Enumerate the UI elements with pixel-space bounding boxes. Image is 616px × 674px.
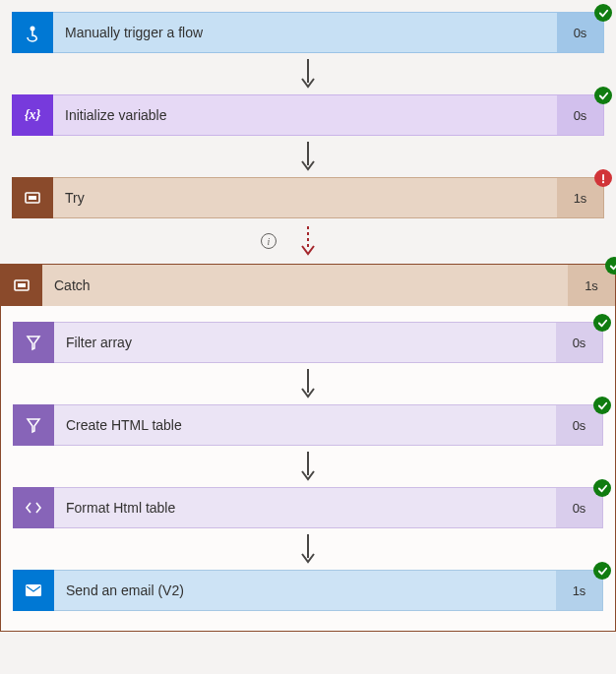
filter-icon [13,322,54,363]
touch-icon [12,12,53,53]
step-label: Try [53,177,557,218]
filter-icon [13,404,54,446]
step-manual-trigger[interactable]: Manually trigger a flow 0s [12,12,604,53]
step-send-email[interactable]: Send an email (V2) 1s [13,570,603,611]
flow-arrow-icon [298,534,318,564]
status-success-icon [593,479,611,497]
mail-icon [13,570,54,611]
info-icon[interactable]: i [261,233,277,249]
step-label: Filter array [54,322,556,363]
flow-arrow-icon [298,142,318,171]
status-success-icon [594,4,612,22]
status-success-icon [605,257,616,275]
variable-icon [12,94,53,136]
step-label: Send an email (V2) [54,570,556,611]
flow-arrow-error: i [0,224,616,258]
step-catch-scope[interactable]: Catch 1s [1,265,615,306]
catch-scope-container: Catch 1s Filter array 0s Create HTML tab… [0,264,616,632]
flow-arrow-icon [298,452,318,481]
code-icon [13,487,54,528]
scope-icon [1,265,42,306]
flow-arrow-icon [298,59,318,89]
step-try-scope[interactable]: Try 1s [12,177,604,218]
status-success-icon [593,397,611,414]
step-filter-array[interactable]: Filter array 0s [13,322,603,363]
step-label: Create HTML table [54,404,556,446]
step-label: Manually trigger a flow [53,12,557,53]
status-success-icon [593,314,611,332]
step-format-html-table[interactable]: Format Html table 0s [13,487,603,528]
step-label: Format Html table [54,487,556,528]
status-success-icon [593,562,611,580]
step-label: Initialize variable [53,94,557,136]
scope-icon [12,177,53,218]
status-error-icon [594,169,612,187]
status-success-icon [594,87,612,104]
step-initialize-variable[interactable]: Initialize variable 0s [12,94,604,136]
flow-arrow-icon [298,369,318,398]
step-label: Catch [42,265,568,306]
step-create-html-table[interactable]: Create HTML table 0s [13,404,603,446]
